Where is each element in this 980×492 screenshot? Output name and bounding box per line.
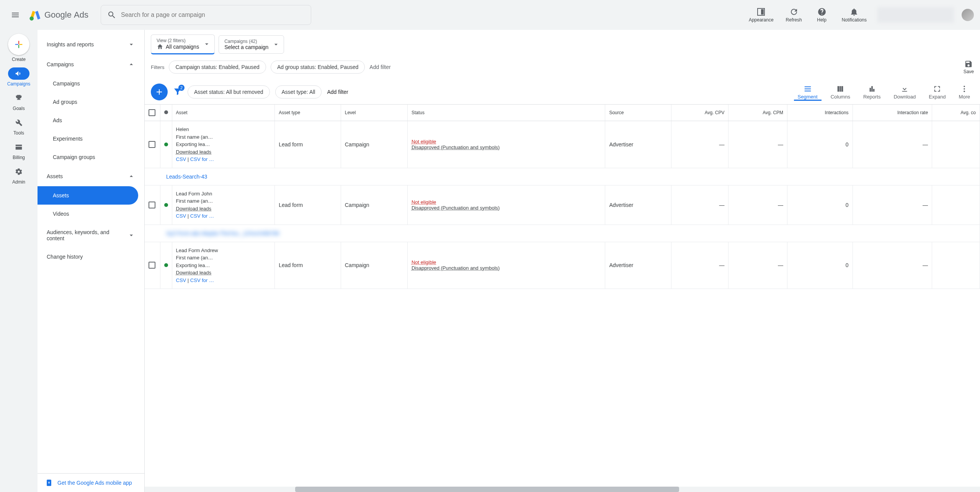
- row-checkbox[interactable]: [149, 141, 155, 148]
- filter-chip-campaign-status[interactable]: Campaign status: Enabled, Paused: [169, 61, 266, 74]
- download-button[interactable]: Download: [890, 85, 920, 100]
- rail-campaigns[interactable]: Campaigns: [7, 67, 31, 87]
- col-status[interactable]: Status: [407, 105, 605, 121]
- sidebar-ads[interactable]: Ads: [38, 111, 144, 130]
- filter-funnel-button[interactable]: 2: [173, 87, 182, 97]
- search-input[interactable]: [121, 11, 305, 18]
- col-interaction-rate[interactable]: Interaction rate: [853, 105, 932, 121]
- svg-rect-4: [15, 44, 18, 45]
- plus-icon: [155, 87, 164, 97]
- rail-tools[interactable]: Tools: [8, 116, 29, 136]
- sidebar-experiments[interactable]: Experiments: [38, 130, 144, 148]
- chip-asset-type[interactable]: Asset type: All: [275, 85, 322, 98]
- logo-text: Google Ads: [44, 10, 88, 20]
- horizontal-scrollbar[interactable]: [145, 487, 980, 492]
- csv-link[interactable]: CSV: [176, 213, 186, 219]
- sidebar-campaigns[interactable]: Campaigns: [38, 54, 144, 74]
- rail-admin[interactable]: Admin: [8, 166, 29, 185]
- help-icon: [817, 7, 826, 16]
- more-button[interactable]: More: [955, 85, 974, 100]
- select-all-checkbox[interactable]: [149, 109, 155, 116]
- cell-interactions: 0: [787, 242, 853, 289]
- asset-cell[interactable]: Lead Form John First name (an… Download …: [172, 185, 275, 225]
- col-level[interactable]: Level: [341, 105, 407, 121]
- asset-cell[interactable]: Lead Form Andrew First name (an… Exporti…: [172, 242, 275, 289]
- cell-interactions: 0: [787, 185, 853, 225]
- row-checkbox[interactable]: [149, 262, 155, 269]
- sidebar-insights[interactable]: Insights and reports: [38, 34, 144, 54]
- csv-for-link[interactable]: CSV for …: [190, 277, 214, 283]
- chevron-down-icon: [127, 41, 135, 48]
- col-avg-cpv[interactable]: Avg. CPV: [671, 105, 728, 121]
- rail-goals[interactable]: Goals: [8, 92, 29, 111]
- sidebar-videos[interactable]: Videos: [38, 205, 144, 223]
- csv-for-link[interactable]: CSV for …: [190, 213, 214, 219]
- sidebar-assets-sub[interactable]: Assets: [38, 186, 138, 205]
- cell-asset-type: Lead form: [275, 185, 341, 225]
- add-asset-button[interactable]: [151, 84, 168, 100]
- wrench-icon: [15, 118, 23, 127]
- svg-rect-5: [19, 44, 22, 45]
- sidebar-campaigns-sub[interactable]: Campaigns: [38, 74, 144, 93]
- segment-button[interactable]: Segment: [794, 85, 822, 101]
- search-box[interactable]: [101, 5, 311, 25]
- col-source[interactable]: Source: [605, 105, 671, 121]
- reports-button[interactable]: Reports: [859, 85, 885, 100]
- rail-billing[interactable]: Billing: [8, 141, 29, 160]
- chip-asset-status[interactable]: Asset status: All but removed: [188, 85, 270, 98]
- segment-icon: [804, 85, 812, 93]
- svg-point-6: [964, 85, 965, 87]
- campaign-group-row-redacted[interactable]: XyZ-Form-abc-Maybe-TheYou-_1ZXorX456789: [145, 225, 980, 242]
- appearance-button[interactable]: Appearance: [744, 6, 778, 24]
- cell-level: Campaign: [341, 242, 407, 289]
- asset-cell[interactable]: Helen First name (an… Exporting lea… Dow…: [172, 121, 275, 168]
- campaign-group-row[interactable]: Leads-Search-43: [145, 168, 980, 185]
- sidebar-audiences[interactable]: Audiences, keywords, and content: [38, 223, 144, 248]
- help-button[interactable]: Help: [810, 6, 834, 24]
- notifications-button[interactable]: Notifications: [837, 6, 871, 24]
- cell-asset-type: Lead form: [275, 121, 341, 168]
- col-avg-cost[interactable]: Avg. co: [932, 105, 980, 121]
- sidebar-change-history[interactable]: Change history: [38, 248, 144, 266]
- create-button[interactable]: Create: [8, 34, 29, 62]
- view-scope-selector[interactable]: View (2 filters) All campaigns: [151, 34, 215, 54]
- cell-status: Not eligible Disapproved (Punctuation an…: [407, 242, 605, 289]
- google-ads-logo[interactable]: Google Ads: [29, 9, 88, 21]
- refresh-button[interactable]: Refresh: [781, 6, 807, 24]
- sidebar-campaign-groups[interactable]: Campaign groups: [38, 148, 144, 166]
- col-avg-cpm[interactable]: Avg. CPM: [728, 105, 787, 121]
- columns-button[interactable]: Columns: [827, 85, 854, 100]
- col-asset-type[interactable]: Asset type: [275, 105, 341, 121]
- card-icon: [15, 143, 23, 151]
- avatar[interactable]: [962, 9, 974, 21]
- scrollbar-thumb[interactable]: [295, 487, 679, 492]
- cell-asset-type: Lead form: [275, 242, 341, 289]
- csv-for-link[interactable]: CSV for …: [190, 156, 214, 162]
- hamburger-menu-icon[interactable]: [6, 6, 24, 24]
- col-interactions[interactable]: Interactions: [787, 105, 853, 121]
- add-filter-toolbar[interactable]: Add filter: [327, 89, 348, 95]
- sidebar: Insights and reports Campaigns Campaigns…: [38, 30, 145, 492]
- more-vertical-icon: [960, 85, 969, 93]
- filter-chip-adgroup-status[interactable]: Ad group status: Enabled, Paused: [271, 61, 365, 74]
- sidebar-assets[interactable]: Assets: [38, 166, 144, 186]
- chevron-down-icon: [272, 41, 280, 48]
- plus-multicolor-icon: [13, 39, 24, 50]
- expand-button[interactable]: Expand: [925, 85, 949, 100]
- row-checkbox[interactable]: [149, 202, 155, 208]
- svg-point-0: [29, 16, 34, 21]
- csv-link[interactable]: CSV: [176, 156, 186, 162]
- sidebar-ad-groups[interactable]: Ad groups: [38, 93, 144, 111]
- col-asset[interactable]: Asset: [172, 105, 275, 121]
- save-button[interactable]: Save: [964, 60, 974, 74]
- status-dot-enabled: [164, 203, 168, 207]
- add-filter-link[interactable]: Add filter: [369, 64, 390, 70]
- chevron-up-icon: [127, 172, 135, 180]
- sidebar-mobile-app[interactable]: Get the Google Ads mobile app: [38, 473, 144, 492]
- csv-link[interactable]: CSV: [176, 277, 186, 283]
- save-icon: [964, 60, 973, 68]
- assets-table-wrap[interactable]: Asset Asset type Level Status Source Avg…: [145, 105, 980, 487]
- campaign-scope-selector[interactable]: Campaigns (42) Select a campaign: [219, 35, 284, 54]
- home-icon: [157, 43, 163, 50]
- cell-avg-cpv: —: [671, 121, 728, 168]
